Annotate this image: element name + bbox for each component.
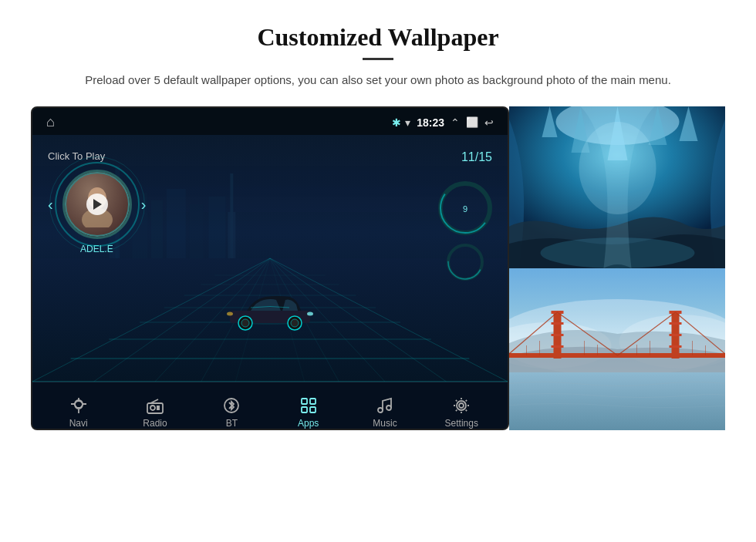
bt-label: BT	[226, 418, 238, 429]
page-title: Customized Wallpaper	[257, 23, 498, 52]
nav-item-settings[interactable]: Settings	[434, 396, 488, 429]
svg-point-40	[291, 319, 299, 327]
wifi-icon: ▾	[405, 116, 410, 129]
music-label: Music	[373, 418, 397, 429]
back-icon: ↩	[484, 116, 494, 129]
gauge-right: 9	[434, 177, 496, 288]
navi-label: Navi	[69, 418, 88, 429]
svg-rect-55	[310, 407, 316, 412]
svg-point-41	[307, 312, 313, 316]
svg-rect-74	[552, 334, 564, 336]
display-area: Click To Play ‹	[32, 135, 508, 382]
play-triangle-icon	[93, 199, 102, 210]
settings-icon	[452, 396, 471, 415]
home-icon: ⌂	[46, 114, 55, 130]
svg-rect-79	[670, 334, 682, 336]
status-time: 18:23	[417, 116, 444, 129]
svg-rect-52	[302, 399, 307, 404]
status-bar: ⌂ ✱ ▾ 18:23 ⌃ ⬜ ↩	[32, 108, 508, 135]
svg-text:9: 9	[463, 204, 467, 214]
main-content: ⌂ ✱ ▾ 18:23 ⌃ ⬜ ↩	[31, 106, 725, 430]
svg-point-42	[227, 312, 233, 316]
car-center	[224, 286, 316, 335]
settings-label: Settings	[445, 418, 478, 429]
svg-rect-69	[509, 372, 725, 430]
svg-rect-80	[670, 345, 682, 348]
photo-ice	[509, 106, 725, 268]
radio-icon	[146, 396, 164, 415]
status-right: ✱ ▾ 18:23 ⌃ ⬜ ↩	[392, 116, 494, 129]
svg-point-59	[457, 401, 466, 410]
svg-rect-73	[552, 322, 564, 325]
apps-icon	[299, 396, 318, 415]
nav-item-bt[interactable]: BT	[204, 396, 258, 429]
svg-rect-25	[209, 197, 226, 258]
svg-point-58	[459, 403, 464, 408]
svg-rect-78	[670, 322, 682, 325]
bluetooth-icon: ✱	[392, 116, 401, 129]
play-button[interactable]	[86, 194, 108, 215]
date-display: 11/15	[461, 150, 492, 164]
album-art	[62, 170, 132, 239]
svg-rect-75	[552, 345, 564, 348]
window-icon: ⬜	[466, 116, 478, 128]
music-icon	[376, 396, 394, 415]
bt-icon	[222, 396, 241, 415]
apps-label: Apps	[298, 418, 319, 429]
svg-rect-27	[228, 212, 235, 258]
svg-point-38	[241, 319, 249, 327]
music-player: Click To Play ‹	[48, 150, 146, 254]
nav-item-navi[interactable]: Navi	[52, 396, 106, 429]
svg-rect-22	[151, 200, 163, 258]
nav-item-music[interactable]: Music	[358, 396, 412, 429]
svg-rect-24	[190, 204, 204, 258]
svg-point-56	[378, 408, 383, 412]
status-icons: ✱ ▾	[392, 116, 410, 129]
radio-label: Radio	[143, 418, 167, 429]
svg-point-50	[150, 406, 155, 410]
nav-item-apps[interactable]: Apps	[282, 396, 336, 429]
navi-icon	[69, 396, 88, 415]
nav-item-radio[interactable]: Radio	[128, 396, 182, 429]
title-divider	[363, 58, 393, 60]
svg-rect-54	[302, 407, 307, 412]
nav-bar: Navi Radio BT	[32, 382, 508, 430]
svg-point-64	[579, 122, 656, 214]
photo-stack	[509, 106, 725, 430]
player-row: ‹	[48, 170, 146, 239]
svg-point-57	[386, 406, 391, 410]
car-screen: ⌂ ✱ ▾ 18:23 ⌃ ⬜ ↩	[31, 106, 509, 430]
subtitle: Preload over 5 default wallpaper options…	[85, 71, 671, 89]
svg-rect-53	[310, 399, 316, 404]
expand-icon: ⌃	[451, 116, 460, 129]
svg-rect-23	[167, 189, 186, 258]
photo-bridge	[509, 268, 725, 430]
